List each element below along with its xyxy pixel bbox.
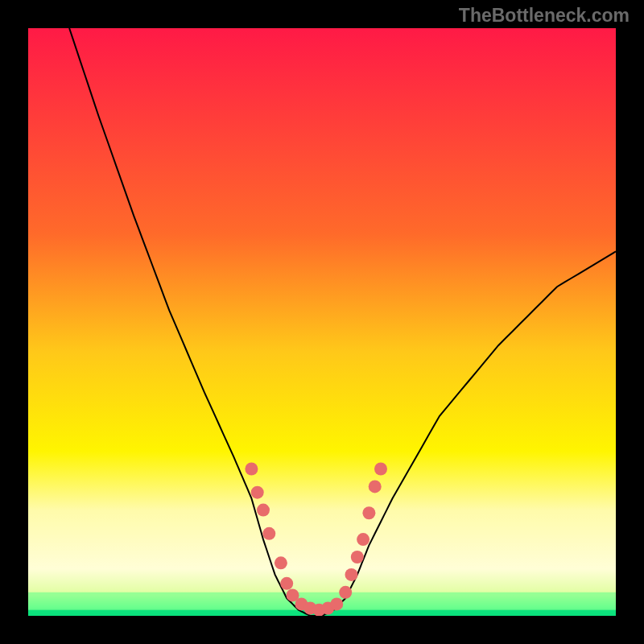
chart-marker bbox=[280, 577, 293, 590]
chart-marker bbox=[275, 556, 287, 569]
chart-marker bbox=[369, 480, 382, 493]
chart-bands bbox=[28, 510, 616, 616]
chart-plot bbox=[28, 28, 616, 616]
chart-marker bbox=[257, 504, 270, 517]
chart-marker bbox=[245, 463, 258, 476]
chart-marker bbox=[330, 597, 343, 610]
chart-svg bbox=[28, 28, 616, 616]
chart-marker bbox=[374, 463, 387, 476]
chart-marker bbox=[351, 551, 364, 564]
chart-marker bbox=[339, 586, 352, 599]
chart-marker bbox=[262, 527, 275, 540]
chart-marker bbox=[357, 533, 369, 546]
chart-marker bbox=[345, 568, 358, 581]
chart-marker bbox=[251, 486, 264, 499]
chart-marker bbox=[362, 506, 375, 519]
watermark-label: TheBottleneck.com bbox=[459, 5, 630, 27]
